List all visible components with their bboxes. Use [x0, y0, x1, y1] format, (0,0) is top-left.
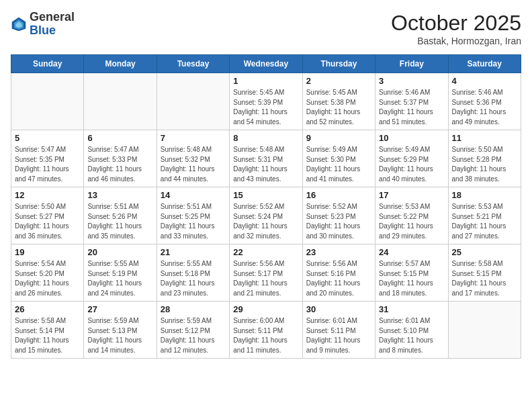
- weekday-header-row: SundayMondayTuesdayWednesdayThursdayFrid…: [11, 55, 521, 73]
- calendar-week-row: 1Sunrise: 5:45 AM Sunset: 5:39 PM Daylig…: [11, 73, 521, 130]
- day-number: 18: [452, 190, 517, 200]
- day-info: Sunrise: 5:59 AM Sunset: 5:12 PM Dayligh…: [161, 316, 226, 355]
- calendar-week-row: 19Sunrise: 5:54 AM Sunset: 5:20 PM Dayli…: [11, 244, 521, 302]
- day-info: Sunrise: 5:53 AM Sunset: 5:22 PM Dayligh…: [379, 202, 444, 241]
- calendar-cell: [448, 302, 521, 359]
- day-info: Sunrise: 5:51 AM Sunset: 5:25 PM Dayligh…: [161, 202, 226, 241]
- day-info: Sunrise: 5:56 AM Sunset: 5:16 PM Dayligh…: [306, 259, 371, 298]
- calendar-cell: 22Sunrise: 5:56 AM Sunset: 5:17 PM Dayli…: [230, 244, 302, 302]
- day-number: 30: [306, 304, 371, 314]
- day-number: 13: [87, 190, 152, 200]
- day-number: 16: [306, 190, 371, 200]
- day-number: 28: [161, 304, 226, 314]
- day-number: 4: [452, 76, 517, 86]
- day-number: 23: [306, 247, 371, 257]
- weekday-header: Thursday: [302, 55, 375, 73]
- calendar-cell: 31Sunrise: 6:01 AM Sunset: 5:10 PM Dayli…: [375, 302, 448, 359]
- calendar-cell: 23Sunrise: 5:56 AM Sunset: 5:16 PM Dayli…: [302, 244, 375, 302]
- day-number: 31: [379, 304, 444, 314]
- calendar-cell: 29Sunrise: 6:00 AM Sunset: 5:11 PM Dayli…: [230, 302, 302, 359]
- title-block: October 2025 Bastak, Hormozgan, Iran: [391, 11, 521, 46]
- day-info: Sunrise: 5:54 AM Sunset: 5:20 PM Dayligh…: [15, 259, 80, 298]
- weekday-header: Wednesday: [230, 55, 302, 73]
- weekday-header: Friday: [375, 55, 448, 73]
- day-number: 20: [87, 247, 152, 257]
- calendar-cell: 14Sunrise: 5:51 AM Sunset: 5:25 PM Dayli…: [157, 187, 229, 244]
- calendar-cell: 8Sunrise: 5:48 AM Sunset: 5:31 PM Daylig…: [230, 130, 302, 187]
- calendar-cell: 1Sunrise: 5:45 AM Sunset: 5:39 PM Daylig…: [230, 73, 302, 130]
- day-info: Sunrise: 5:48 AM Sunset: 5:32 PM Dayligh…: [161, 145, 226, 184]
- calendar-cell: 12Sunrise: 5:50 AM Sunset: 5:27 PM Dayli…: [11, 187, 84, 244]
- month-title: October 2025: [391, 11, 521, 36]
- day-info: Sunrise: 5:46 AM Sunset: 5:36 PM Dayligh…: [452, 88, 517, 127]
- day-number: 22: [233, 247, 298, 257]
- day-number: 15: [233, 190, 298, 200]
- day-number: 29: [233, 304, 298, 314]
- day-number: 12: [15, 190, 80, 200]
- weekday-header: Saturday: [448, 55, 521, 73]
- calendar-week-row: 26Sunrise: 5:58 AM Sunset: 5:14 PM Dayli…: [11, 302, 521, 359]
- calendar-cell: 13Sunrise: 5:51 AM Sunset: 5:26 PM Dayli…: [84, 187, 157, 244]
- calendar-cell: 10Sunrise: 5:49 AM Sunset: 5:29 PM Dayli…: [375, 130, 448, 187]
- calendar-cell: 18Sunrise: 5:53 AM Sunset: 5:21 PM Dayli…: [448, 187, 521, 244]
- weekday-header: Sunday: [11, 55, 84, 73]
- weekday-header: Monday: [84, 55, 157, 73]
- weekday-header: Tuesday: [157, 55, 229, 73]
- calendar-cell: 30Sunrise: 6:01 AM Sunset: 5:11 PM Dayli…: [302, 302, 375, 359]
- calendar-cell: 15Sunrise: 5:52 AM Sunset: 5:24 PM Dayli…: [230, 187, 302, 244]
- day-number: 11: [452, 133, 517, 143]
- calendar-cell: [11, 73, 84, 130]
- calendar-week-row: 5Sunrise: 5:47 AM Sunset: 5:35 PM Daylig…: [11, 130, 521, 187]
- day-number: 5: [15, 133, 80, 143]
- day-info: Sunrise: 5:51 AM Sunset: 5:26 PM Dayligh…: [87, 202, 152, 241]
- calendar-cell: [84, 73, 157, 130]
- day-info: Sunrise: 5:53 AM Sunset: 5:21 PM Dayligh…: [452, 202, 517, 241]
- day-info: Sunrise: 5:45 AM Sunset: 5:38 PM Dayligh…: [306, 88, 371, 127]
- day-number: 2: [306, 76, 371, 86]
- day-number: 26: [15, 304, 80, 314]
- day-number: 1: [233, 76, 298, 86]
- page-header: General Blue October 2025 Bastak, Hormoz…: [11, 11, 521, 46]
- calendar-cell: 19Sunrise: 5:54 AM Sunset: 5:20 PM Dayli…: [11, 244, 84, 302]
- calendar-cell: 24Sunrise: 5:57 AM Sunset: 5:15 PM Dayli…: [375, 244, 448, 302]
- day-info: Sunrise: 5:59 AM Sunset: 5:13 PM Dayligh…: [87, 316, 152, 355]
- day-info: Sunrise: 5:46 AM Sunset: 5:37 PM Dayligh…: [379, 88, 444, 127]
- day-number: 9: [306, 133, 371, 143]
- day-info: Sunrise: 5:52 AM Sunset: 5:24 PM Dayligh…: [233, 202, 298, 241]
- day-number: 19: [15, 247, 80, 257]
- calendar-cell: 27Sunrise: 5:59 AM Sunset: 5:13 PM Dayli…: [84, 302, 157, 359]
- day-info: Sunrise: 5:48 AM Sunset: 5:31 PM Dayligh…: [233, 145, 298, 184]
- calendar-body: 1Sunrise: 5:45 AM Sunset: 5:39 PM Daylig…: [11, 73, 521, 359]
- day-info: Sunrise: 5:55 AM Sunset: 5:18 PM Dayligh…: [161, 259, 226, 298]
- logo-icon: [11, 16, 27, 32]
- calendar-cell: 25Sunrise: 5:58 AM Sunset: 5:15 PM Dayli…: [448, 244, 521, 302]
- calendar-cell: 6Sunrise: 5:47 AM Sunset: 5:33 PM Daylig…: [84, 130, 157, 187]
- day-number: 21: [161, 247, 226, 257]
- logo: General Blue: [11, 11, 75, 38]
- day-info: Sunrise: 5:50 AM Sunset: 5:28 PM Dayligh…: [452, 145, 517, 184]
- calendar-cell: 5Sunrise: 5:47 AM Sunset: 5:35 PM Daylig…: [11, 130, 84, 187]
- day-number: 24: [379, 247, 444, 257]
- day-info: Sunrise: 5:58 AM Sunset: 5:15 PM Dayligh…: [452, 259, 517, 298]
- day-info: Sunrise: 5:49 AM Sunset: 5:30 PM Dayligh…: [306, 145, 371, 184]
- day-info: Sunrise: 5:49 AM Sunset: 5:29 PM Dayligh…: [379, 145, 444, 184]
- location-subtitle: Bastak, Hormozgan, Iran: [391, 36, 521, 46]
- day-number: 17: [379, 190, 444, 200]
- day-info: Sunrise: 6:00 AM Sunset: 5:11 PM Dayligh…: [233, 316, 298, 355]
- day-info: Sunrise: 5:58 AM Sunset: 5:14 PM Dayligh…: [15, 316, 80, 355]
- calendar-table: SundayMondayTuesdayWednesdayThursdayFrid…: [11, 54, 521, 359]
- calendar-cell: 11Sunrise: 5:50 AM Sunset: 5:28 PM Dayli…: [448, 130, 521, 187]
- calendar-cell: 20Sunrise: 5:55 AM Sunset: 5:19 PM Dayli…: [84, 244, 157, 302]
- day-info: Sunrise: 6:01 AM Sunset: 5:10 PM Dayligh…: [379, 316, 444, 355]
- calendar-cell: 28Sunrise: 5:59 AM Sunset: 5:12 PM Dayli…: [157, 302, 229, 359]
- day-number: 8: [233, 133, 298, 143]
- day-info: Sunrise: 5:57 AM Sunset: 5:15 PM Dayligh…: [379, 259, 444, 298]
- day-info: Sunrise: 5:45 AM Sunset: 5:39 PM Dayligh…: [233, 88, 298, 127]
- day-number: 6: [87, 133, 152, 143]
- day-number: 7: [161, 133, 226, 143]
- calendar-cell: 4Sunrise: 5:46 AM Sunset: 5:36 PM Daylig…: [448, 73, 521, 130]
- day-number: 25: [452, 247, 517, 257]
- calendar-cell: 2Sunrise: 5:45 AM Sunset: 5:38 PM Daylig…: [302, 73, 375, 130]
- calendar-cell: 16Sunrise: 5:52 AM Sunset: 5:23 PM Dayli…: [302, 187, 375, 244]
- day-info: Sunrise: 5:55 AM Sunset: 5:19 PM Dayligh…: [87, 259, 152, 298]
